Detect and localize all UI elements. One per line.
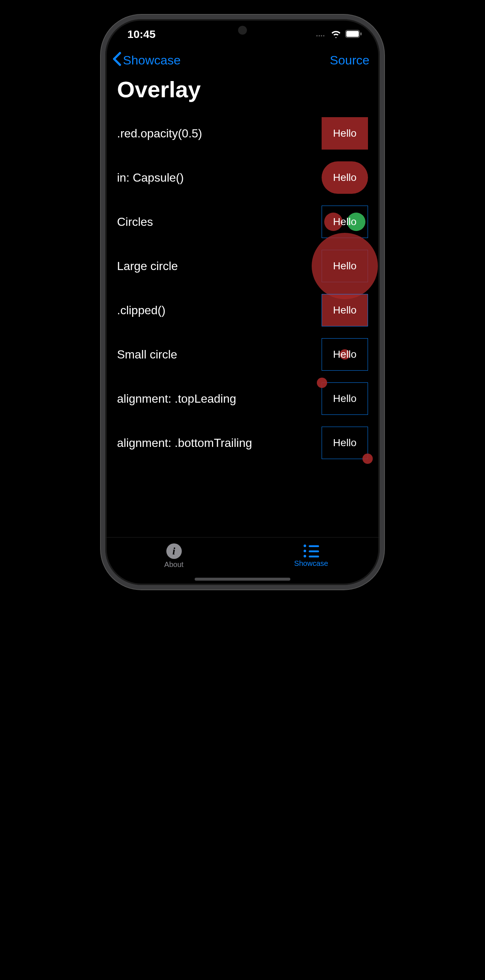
battery-icon — [345, 28, 362, 41]
row-label: Small circle — [117, 348, 178, 361]
svg-rect-2 — [360, 32, 362, 35]
overlay-sample-red-rect: Hello — [322, 117, 368, 150]
overlay-sample-large-circle: Hello — [322, 250, 368, 282]
page-title: Overlay — [105, 72, 380, 111]
row-label: alignment: .topLeading — [117, 392, 236, 406]
sample-text: Hello — [333, 172, 357, 183]
overlay-sample-capsule: Hello — [322, 161, 368, 194]
tab-label: Showcase — [294, 559, 328, 568]
row-label: .red.opacity(0.5) — [117, 127, 202, 140]
row-label: Large circle — [117, 259, 178, 273]
sample-text: Hello — [333, 393, 357, 404]
phone-frame: 10:45 •••• Showcase Source Overlay .red.… — [101, 15, 384, 589]
wifi-icon — [330, 28, 341, 41]
list-item: in: Capsule() Hello — [117, 156, 368, 200]
back-label: Showcase — [123, 53, 181, 67]
sample-text: Hello — [333, 127, 357, 139]
list-item: .clipped() Hello — [117, 288, 368, 332]
list-item: Small circle Hello — [117, 332, 368, 377]
overlay-sample-small-circle: Hello — [322, 338, 368, 371]
overlay-sample-clipped: Hello — [322, 294, 368, 326]
list-item: .red.opacity(0.5) Hello — [117, 111, 368, 156]
list-item: Large circle Hello — [117, 244, 368, 288]
sample-text: Hello — [333, 304, 357, 316]
camera-notch — [238, 26, 247, 35]
row-label: alignment: .bottomTrailing — [117, 436, 252, 450]
navigation-bar: Showcase Source — [105, 41, 380, 72]
list-item: alignment: .bottomTrailing Hello — [117, 421, 368, 465]
chevron-left-icon — [112, 52, 121, 69]
row-label: in: Capsule() — [117, 171, 184, 185]
row-label: Circles — [117, 215, 153, 229]
overlay-sample-bottom-trailing: Hello — [322, 426, 368, 459]
list-item: alignment: .topLeading Hello — [117, 377, 368, 421]
overlay-sample-top-leading: Hello — [322, 382, 368, 415]
sample-text: Hello — [333, 437, 357, 449]
status-indicators: •••• — [316, 28, 362, 41]
small-red-circle-overlay — [363, 453, 373, 464]
back-button[interactable]: Showcase — [112, 52, 181, 69]
examples-list: .red.opacity(0.5) Hello in: Capsule() He… — [105, 111, 380, 465]
sample-text: Hello — [333, 216, 357, 228]
small-red-circle-overlay — [317, 378, 327, 388]
tab-label: About — [164, 560, 183, 569]
sample-text: Hello — [333, 260, 357, 272]
row-label: .clipped() — [117, 304, 166, 317]
status-time: 10:45 — [127, 28, 156, 41]
tab-about[interactable]: i About — [105, 538, 242, 575]
svg-rect-1 — [346, 31, 359, 37]
sample-text: Hello — [333, 348, 357, 360]
tab-showcase[interactable]: Showcase — [242, 538, 380, 575]
source-button[interactable]: Source — [330, 53, 369, 67]
cellular-dots-icon: •••• — [316, 33, 325, 38]
home-indicator[interactable] — [195, 578, 290, 581]
info-icon: i — [166, 543, 182, 559]
list-bullet-icon — [304, 544, 319, 558]
